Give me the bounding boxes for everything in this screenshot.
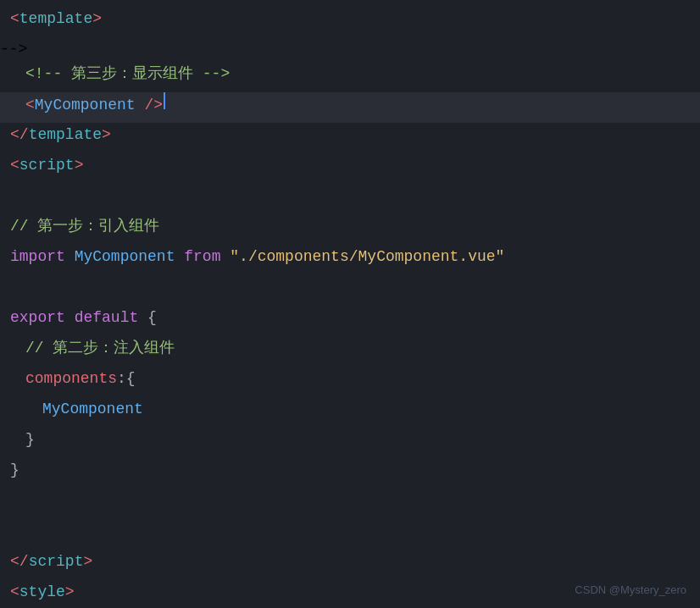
open-brace-inner: { (126, 367, 136, 391)
line-10: export default { (0, 306, 700, 336)
component-name: MyComponent (35, 93, 136, 118)
line-15: } (0, 458, 700, 489)
keyword-default: default (75, 306, 139, 330)
open-brace: { (147, 306, 157, 330)
code-editor: <template> --> <!-- 第三步：显示组件 --> <MyComp… (0, 0, 700, 608)
space (65, 245, 75, 269)
keyword-import: import (10, 245, 65, 269)
line-12: components:{ (0, 367, 700, 397)
tag-slash: / (19, 123, 29, 147)
tag-slash: / (19, 550, 29, 574)
space (220, 245, 230, 269)
line-17 (0, 519, 700, 550)
tag-script: script (19, 153, 75, 178)
tag-open-bracket: < (25, 93, 35, 118)
space (138, 306, 147, 330)
tag-style: style (19, 580, 65, 605)
tag-bracket-end: > (75, 153, 84, 178)
space (136, 93, 145, 118)
tag-script-close: script (29, 550, 84, 574)
line-2: <!-- 第三步：显示组件 --> (0, 62, 700, 92)
close-brace-outer: } (10, 458, 19, 483)
tag-bracket: < (10, 153, 19, 178)
line-3: <MyComponent /> (0, 92, 700, 123)
property-components: components (25, 367, 117, 391)
line-4: </template> (0, 123, 700, 153)
comment-step1: // 第一步：引入组件 (10, 214, 159, 239)
line-1: <template> (0, 7, 700, 37)
line-8: import MyComponent from "./components/My… (0, 245, 700, 275)
line-16 (0, 489, 700, 519)
keyword-export: export (10, 306, 65, 330)
tag-bracket-end: > (65, 580, 75, 605)
import-name: MyComponent (75, 245, 175, 269)
tag-bracket: < (10, 580, 19, 605)
keyword-from: from (184, 245, 220, 269)
line-13: MyComponent (0, 397, 700, 428)
comment-step2: // 第二步：注入组件 (25, 336, 175, 361)
import-path: "./components/MyComponent.vue" (230, 245, 504, 269)
comment-step3: <!-- 第三步：显示组件 --> (25, 62, 230, 86)
self-close: /> (144, 93, 163, 118)
line-7: // 第一步：引入组件 (0, 214, 700, 245)
tag-bracket-close: > (92, 7, 102, 31)
component-identifier: MyComponent (42, 397, 143, 422)
line-14: } (0, 428, 700, 458)
text-cursor (164, 92, 165, 109)
line-6 (0, 184, 700, 214)
space (65, 306, 75, 330)
colon: : (117, 367, 126, 391)
line-11: // 第二步：注入组件 (0, 336, 700, 367)
tag-bracket-end: > (102, 123, 111, 147)
tag-bracket: < (10, 123, 19, 147)
close-brace-inner: } (25, 428, 35, 452)
line-18: </script> (0, 550, 700, 580)
tag-template: template (19, 7, 92, 31)
space (175, 245, 184, 269)
tag-bracket-end: > (83, 550, 92, 574)
tag-template-close: template (29, 123, 102, 147)
line-9 (0, 275, 700, 306)
line-5: <script> (0, 153, 700, 184)
watermark: CSDN @Mystery_zero (575, 582, 686, 600)
tag-bracket: < (10, 7, 19, 31)
tag-bracket: < (10, 550, 19, 574)
